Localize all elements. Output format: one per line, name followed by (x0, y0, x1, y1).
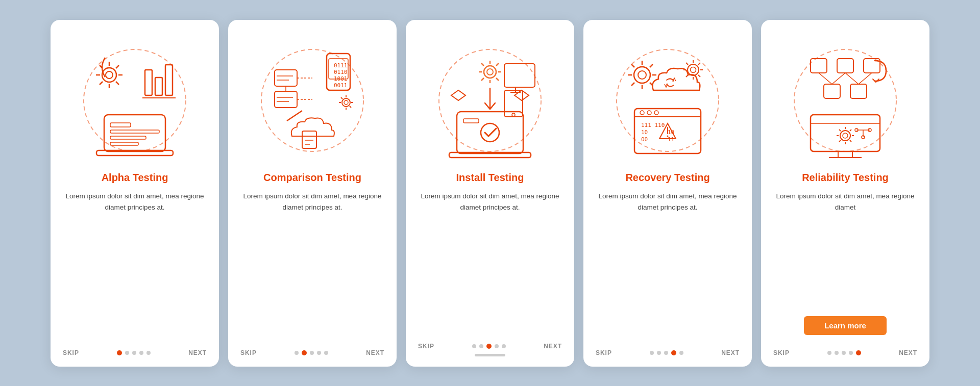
dot-3 (486, 344, 492, 349)
comparison-testing-title: Comparison Testing (263, 172, 361, 184)
card-alpha-testing: Alpha Testing Lorem ipsum dolor sit dim … (51, 20, 219, 367)
dot-2 (657, 351, 661, 355)
svg-rect-45 (302, 131, 316, 148)
recovery-testing-illustration: 111 110 10 10 00 11 (596, 34, 740, 167)
svg-line-81 (650, 64, 653, 67)
svg-line-90 (698, 75, 700, 77)
svg-point-73 (634, 67, 650, 83)
scroll-indicator (475, 354, 505, 356)
svg-rect-18 (110, 130, 159, 133)
svg-point-54 (484, 66, 496, 78)
svg-rect-111 (850, 84, 867, 98)
svg-rect-53 (463, 119, 479, 123)
svg-rect-17 (110, 123, 131, 127)
svg-line-10 (100, 82, 103, 85)
recovery-testing-title: Recovery Testing (625, 172, 709, 184)
svg-marker-64 (451, 90, 465, 100)
svg-line-91 (698, 63, 700, 65)
svg-line-129 (850, 130, 851, 131)
svg-text:11: 11 (668, 136, 674, 143)
card-reliability-testing: Reliability Testing Lorem ipsum dolor si… (761, 20, 929, 367)
dot-4 (317, 351, 321, 355)
svg-rect-19 (110, 136, 146, 139)
comparison-testing-next[interactable]: NEXT (366, 349, 384, 356)
dot-1 (295, 351, 299, 355)
svg-point-74 (638, 71, 646, 79)
alpha-testing-dots (117, 350, 151, 355)
svg-text:0110: 0110 (334, 69, 348, 75)
reliability-testing-skip[interactable]: SKIP (773, 349, 790, 356)
svg-point-83 (688, 64, 699, 75)
dot-2 (835, 351, 839, 355)
dot-3 (842, 351, 846, 355)
comparison-testing-dots (295, 350, 328, 355)
comparison-testing-nav: SKIP NEXT (240, 349, 384, 356)
recovery-testing-footer: SKIP NEXT (596, 342, 740, 356)
svg-point-55 (487, 69, 493, 75)
svg-point-70 (512, 113, 515, 116)
dot-5 (324, 351, 328, 355)
dot-1 (650, 351, 654, 355)
install-testing-body: Lorem ipsum dolor sit dim amet, mea regi… (418, 191, 562, 330)
svg-text:111   110: 111 110 (641, 122, 665, 128)
comparison-testing-body: Lorem ipsum dolor sit dim amet, mea regi… (240, 191, 384, 337)
alpha-testing-footer: SKIP NEXT (63, 342, 207, 356)
install-testing-dots (472, 344, 506, 349)
svg-line-82 (631, 83, 634, 86)
svg-point-121 (840, 131, 850, 141)
svg-rect-66 (504, 64, 535, 87)
recovery-testing-skip[interactable]: SKIP (596, 349, 612, 356)
recovery-testing-next[interactable]: NEXT (721, 349, 740, 356)
dot-3 (132, 351, 136, 355)
svg-line-115 (859, 73, 872, 84)
svg-line-127 (839, 130, 841, 131)
install-testing-nav: SKIP NEXT (418, 343, 562, 350)
reliability-testing-footer: Learn more SKIP NEXT (773, 316, 917, 356)
card-recovery-testing: 111 110 10 10 00 11 Recovery Testing Lor… (583, 20, 752, 367)
dot-3 (310, 351, 314, 355)
svg-line-34 (341, 97, 342, 99)
recovery-testing-body: Lorem ipsum dolor sit dim amet, mea regi… (596, 191, 740, 337)
recovery-testing-dots (650, 350, 683, 355)
reliability-testing-body: Lorem ipsum dolor sit dim amet, mea regi… (773, 191, 917, 311)
svg-rect-108 (837, 59, 853, 73)
svg-line-128 (850, 140, 851, 142)
dot-1 (117, 350, 122, 355)
learn-more-button[interactable]: Learn more (804, 316, 887, 335)
svg-rect-20 (110, 142, 138, 145)
install-testing-title: Install Testing (456, 172, 524, 184)
comparison-testing-skip[interactable]: SKIP (240, 349, 257, 356)
dot-5 (502, 344, 506, 348)
dot-1 (827, 351, 831, 355)
dot-4 (671, 350, 676, 355)
svg-rect-36 (275, 70, 297, 86)
svg-text:0011: 0011 (334, 82, 348, 89)
svg-line-114 (845, 73, 859, 84)
svg-point-96 (647, 111, 651, 115)
svg-text:0111: 0111 (334, 62, 348, 69)
dot-3 (664, 351, 668, 355)
install-testing-illustration (418, 34, 562, 167)
svg-line-79 (631, 64, 634, 67)
alpha-testing-next[interactable]: NEXT (188, 349, 207, 356)
install-testing-next[interactable]: NEXT (544, 343, 562, 350)
svg-line-61 (496, 78, 499, 81)
svg-rect-50 (457, 112, 523, 153)
svg-rect-39 (275, 91, 297, 108)
svg-line-62 (496, 63, 499, 66)
dot-4 (849, 351, 853, 355)
svg-line-9 (116, 65, 119, 68)
svg-rect-12 (155, 78, 162, 95)
alpha-testing-title: Alpha Testing (102, 172, 168, 184)
svg-point-95 (640, 111, 644, 115)
svg-line-130 (839, 140, 841, 142)
dot-5 (856, 350, 861, 355)
svg-line-112 (819, 73, 832, 84)
svg-point-52 (481, 123, 499, 142)
reliability-testing-next[interactable]: NEXT (899, 349, 917, 356)
recovery-testing-nav: SKIP NEXT (596, 349, 740, 356)
cards-container: Alpha Testing Lorem ipsum dolor sit dim … (30, 5, 950, 382)
install-testing-skip[interactable]: SKIP (418, 343, 434, 350)
card-install-testing: Install Testing Lorem ipsum dolor sit di… (406, 20, 574, 367)
alpha-testing-skip[interactable]: SKIP (63, 349, 79, 356)
